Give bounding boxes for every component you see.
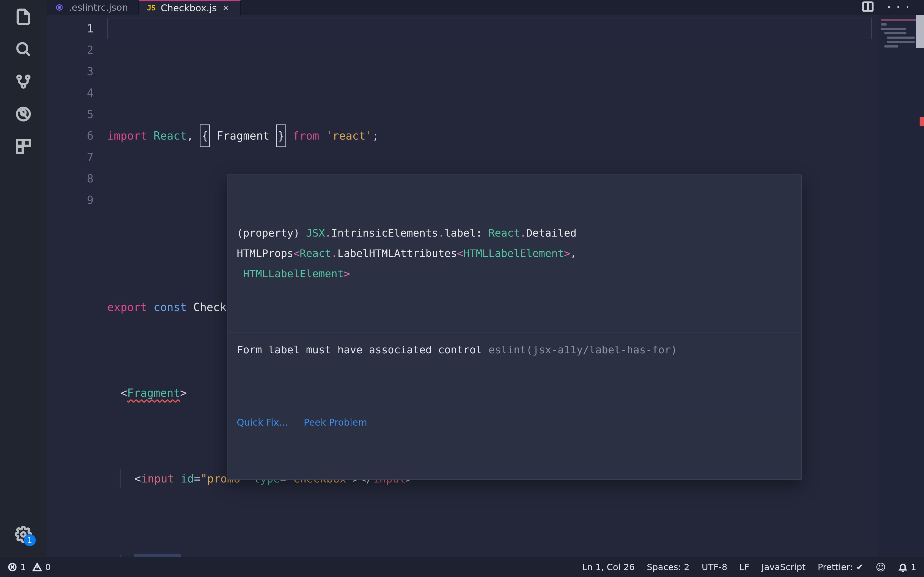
close-icon[interactable]: × xyxy=(222,3,230,13)
explorer-icon[interactable] xyxy=(14,7,33,26)
status-language[interactable]: JavaScript xyxy=(761,562,806,572)
code-content[interactable]: import React, { Fragment } from 'react';… xyxy=(107,15,924,577)
minimap-scroll-thumb[interactable] xyxy=(916,15,924,48)
js-file-icon: JS xyxy=(147,3,156,12)
hover-actions: Quick Fix… Peek Problem xyxy=(228,408,801,438)
svg-rect-5 xyxy=(17,140,23,146)
status-encoding[interactable]: UTF-8 xyxy=(701,562,727,572)
minimap[interactable] xyxy=(877,15,924,577)
peek-problem-link[interactable]: Peek Problem xyxy=(304,413,367,431)
settings-badge: 1 xyxy=(24,534,36,546)
quick-fix-link[interactable]: Quick Fix… xyxy=(237,413,289,431)
svg-rect-6 xyxy=(24,140,30,146)
more-icon[interactable]: ··· xyxy=(885,0,913,15)
tab-eslintrc[interactable]: .eslintrc.json xyxy=(47,0,139,15)
line-gutter: 1 2 3 4 5 6 7 8 9 xyxy=(47,15,107,577)
debug-disabled-icon[interactable] xyxy=(14,105,33,124)
status-bar: 1 0 Ln 1, Col 26 Spaces: 2 UTF-8 LF Java… xyxy=(0,557,924,577)
status-notifications[interactable]: 1 xyxy=(898,562,916,572)
svg-rect-7 xyxy=(17,147,23,153)
extensions-icon[interactable] xyxy=(14,137,33,156)
check-icon: ✔ xyxy=(856,562,864,572)
status-eol[interactable]: LF xyxy=(740,562,750,572)
status-problems[interactable]: 1 0 xyxy=(8,562,51,572)
tab-label: .eslintrc.json xyxy=(69,2,128,13)
errors-count: 1 xyxy=(20,562,26,572)
svg-point-0 xyxy=(17,43,27,53)
status-feedback[interactable]: ☺ xyxy=(876,562,886,573)
search-icon[interactable] xyxy=(14,40,33,59)
status-prettier[interactable]: Prettier: ✔ xyxy=(817,562,864,572)
source-control-icon[interactable] xyxy=(14,72,33,91)
tab-label: Checkbox.js xyxy=(161,2,217,13)
current-line-highlight xyxy=(107,18,872,39)
code-editor[interactable]: 1 2 3 4 5 6 7 8 9 import React, { Fragme… xyxy=(47,15,924,577)
hover-type-info: (property) JSX.IntrinsicElements.label: … xyxy=(228,216,801,291)
minimap-error-marker[interactable] xyxy=(919,117,924,126)
settings-icon[interactable]: 1 xyxy=(14,525,33,544)
vscode-window: 1 .eslintrc.json JS Checkbox.js × ··· xyxy=(0,0,924,577)
activity-bar: 1 xyxy=(0,0,47,577)
svg-point-2 xyxy=(26,76,29,79)
tab-bar: .eslintrc.json JS Checkbox.js × ··· xyxy=(47,0,924,15)
svg-point-8 xyxy=(21,532,26,537)
tab-checkbox[interactable]: JS Checkbox.js × xyxy=(139,0,240,15)
warnings-count: 0 xyxy=(45,562,51,572)
svg-point-1 xyxy=(17,76,21,79)
tab-actions: ··· xyxy=(862,0,924,15)
split-editor-icon[interactable] xyxy=(862,0,874,15)
svg-marker-10 xyxy=(58,6,61,9)
main-area: .eslintrc.json JS Checkbox.js × ··· 1 2 … xyxy=(47,0,924,577)
eslint-file-icon xyxy=(55,3,64,12)
smiley-icon: ☺ xyxy=(876,562,886,573)
notifications-count: 1 xyxy=(911,562,916,572)
status-indent[interactable]: Spaces: 2 xyxy=(647,562,690,572)
hover-diagnostic: Form label must have associated control … xyxy=(228,332,801,367)
status-cursor[interactable]: Ln 1, Col 26 xyxy=(582,562,635,572)
code-line: import React, { Fragment } from 'react'; xyxy=(107,125,924,147)
hover-tooltip: (property) JSX.IntrinsicElements.label: … xyxy=(227,174,801,480)
